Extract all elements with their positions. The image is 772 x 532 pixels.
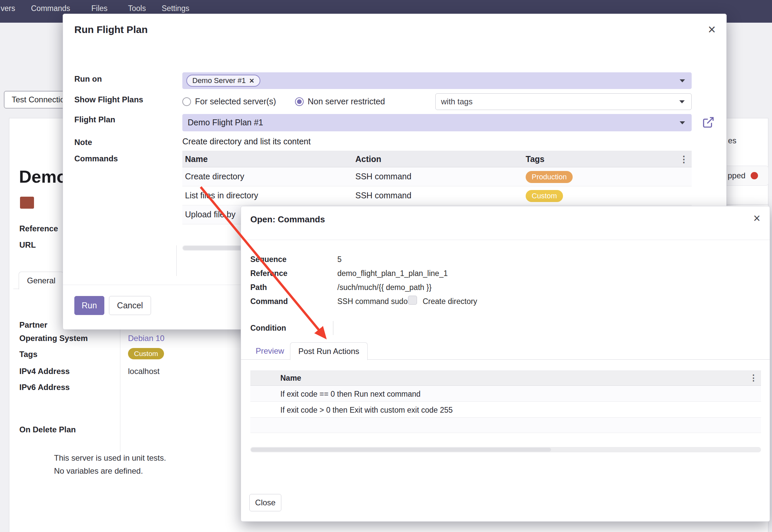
tab-general[interactable]: General xyxy=(19,272,64,289)
with-tags-select-value: with tags xyxy=(441,97,473,106)
status-label-fragment: pped xyxy=(728,171,745,180)
run-modal-close-icon[interactable]: × xyxy=(708,23,716,36)
run-on-servers-field[interactable]: Demo Server #1 ✕ xyxy=(182,72,692,89)
modal-header-divider xyxy=(241,240,770,240)
flight-plan-select-value: Demo Flight Plan #1 xyxy=(188,118,263,127)
note-label: Note xyxy=(74,138,92,147)
commands-modal-close-icon[interactable]: × xyxy=(753,212,760,224)
dropdown-caret-icon[interactable] xyxy=(680,79,685,82)
table-row[interactable]: Create directory SSH command Production xyxy=(182,167,692,186)
table-header-row: Name ⋮ xyxy=(250,370,761,386)
tab-post-run-actions[interactable]: Post Run Actions xyxy=(290,342,368,360)
header-text-fragment: es xyxy=(728,136,736,145)
kebab-icon[interactable]: ⋮ xyxy=(679,154,688,165)
command-checkbox[interactable] xyxy=(408,296,417,305)
path-label: Path xyxy=(250,283,267,292)
dropdown-caret-icon[interactable] xyxy=(679,100,685,103)
field-column-divider xyxy=(120,318,120,452)
table-row[interactable]: If exit code == 0 then Run next command xyxy=(250,386,761,402)
table-row[interactable]: List files in directory SSH command Cust… xyxy=(182,186,692,205)
on-delete-plan-label: On Delete Plan xyxy=(19,425,76,434)
reference-label: Reference xyxy=(250,269,287,278)
scrollbar-thumb[interactable] xyxy=(251,448,551,452)
table-row-empty xyxy=(250,418,761,433)
flight-plan-select[interactable]: Demo Flight Plan #1 xyxy=(182,114,692,131)
sequence-label: Sequence xyxy=(250,255,287,264)
command-label: Command xyxy=(250,297,288,306)
nav-item-servers[interactable]: vers xyxy=(1,4,15,13)
command-value: SSH command sudo xyxy=(337,297,408,306)
close-button[interactable]: Close xyxy=(249,494,281,511)
cell-name: Upload file by xyxy=(185,210,235,219)
unit-test-note-line2: No variables are defined. xyxy=(54,466,143,476)
post-run-actions-table: Name ⋮ If exit code == 0 then Run next c… xyxy=(250,370,761,433)
status-stopped-dot-icon xyxy=(751,172,758,179)
external-link-icon[interactable] xyxy=(702,116,715,129)
reference-value: demo_flight_plan_1_plan_line_1 xyxy=(337,269,448,278)
horizontal-scrollbar[interactable] xyxy=(250,447,761,452)
show-flight-plans-label: Show Flight Plans xyxy=(74,95,143,104)
table-row[interactable]: If exit code > 0 then Exit with custom e… xyxy=(250,402,761,418)
ipv6-label: IPv6 Address xyxy=(19,383,70,392)
nav-item-files[interactable]: Files xyxy=(91,4,108,13)
server-chip[interactable]: Demo Server #1 ✕ xyxy=(186,75,260,87)
commands-modal-title: Open: Commands xyxy=(250,214,325,225)
tag-badge-production: Production xyxy=(526,171,573,183)
col-header-name[interactable]: Name xyxy=(280,374,301,383)
with-tags-select[interactable]: with tags xyxy=(435,93,692,110)
tag-badge-custom: Custom xyxy=(526,190,563,202)
run-button[interactable]: Run xyxy=(74,296,104,315)
cell-name: If exit code > 0 then Exit with custom e… xyxy=(280,406,453,415)
cell-action: SSH command xyxy=(355,172,411,181)
flight-plan-label: Flight Plan xyxy=(74,115,115,124)
flight-plan-note-text: Create directory and list its content xyxy=(182,137,311,146)
run-modal-title: Run Flight Plan xyxy=(74,24,148,35)
col-header-name[interactable]: Name xyxy=(185,154,208,164)
reference-label: Reference xyxy=(19,224,58,233)
unit-test-note-line1: This server is used in unit tests. xyxy=(54,453,166,463)
ipv4-label: IPv4 Address xyxy=(19,367,70,376)
radio-for-selected-servers-label[interactable]: For selected server(s) xyxy=(195,97,276,106)
kebab-icon[interactable]: ⋮ xyxy=(749,373,758,383)
os-label: Operating System xyxy=(19,334,88,343)
tags-label: Tags xyxy=(19,350,37,359)
open-commands-modal: Open: Commands × Sequence 5 Reference de… xyxy=(241,206,770,522)
cell-name: If exit code == 0 then Run next command xyxy=(280,390,421,399)
button-box-divider xyxy=(727,204,769,205)
cancel-button[interactable]: Cancel xyxy=(109,296,151,315)
chip-remove-icon[interactable]: ✕ xyxy=(249,77,254,85)
run-on-label: Run on xyxy=(74,74,102,84)
nav-item-commands[interactable]: Commands xyxy=(31,4,70,13)
list-left-divider xyxy=(176,245,177,276)
path-value: /such/much/{{ demo_path }} xyxy=(337,283,432,292)
condition-field-divider xyxy=(333,321,333,335)
tag-badge-custom: Custom xyxy=(128,348,164,359)
command-link[interactable]: Create directory xyxy=(423,297,477,306)
screen: vers Commands Files Tools Settings Test … xyxy=(0,0,772,532)
os-value-link[interactable]: Debian 10 xyxy=(128,334,164,343)
cell-name: Create directory xyxy=(185,172,244,181)
col-header-tags[interactable]: Tags xyxy=(526,154,545,164)
page-title: Demo xyxy=(19,167,67,187)
server-chip-label: Demo Server #1 xyxy=(192,76,246,85)
col-header-action[interactable]: Action xyxy=(355,154,381,164)
dropdown-caret-icon[interactable] xyxy=(680,121,685,124)
ipv4-value: localhost xyxy=(128,367,160,376)
radio-for-selected-servers[interactable] xyxy=(182,97,191,106)
cell-name: List files in directory xyxy=(185,191,258,200)
sequence-value: 5 xyxy=(337,255,342,264)
radio-non-server-restricted-label[interactable]: Non server restricted xyxy=(308,97,385,106)
nav-item-settings[interactable]: Settings xyxy=(162,4,189,13)
table-header-row: Name Action Tags ⋮ xyxy=(182,151,692,167)
commands-label: Commands xyxy=(74,154,118,163)
nav-item-tools[interactable]: Tools xyxy=(128,4,146,13)
cell-action: SSH command xyxy=(355,191,411,200)
tab-preview[interactable]: Preview xyxy=(256,346,284,356)
url-label: URL xyxy=(19,240,36,250)
radio-non-server-restricted[interactable] xyxy=(295,97,304,106)
color-swatch[interactable] xyxy=(20,197,34,209)
partner-label: Partner xyxy=(19,320,47,330)
condition-label: Condition xyxy=(250,324,286,333)
